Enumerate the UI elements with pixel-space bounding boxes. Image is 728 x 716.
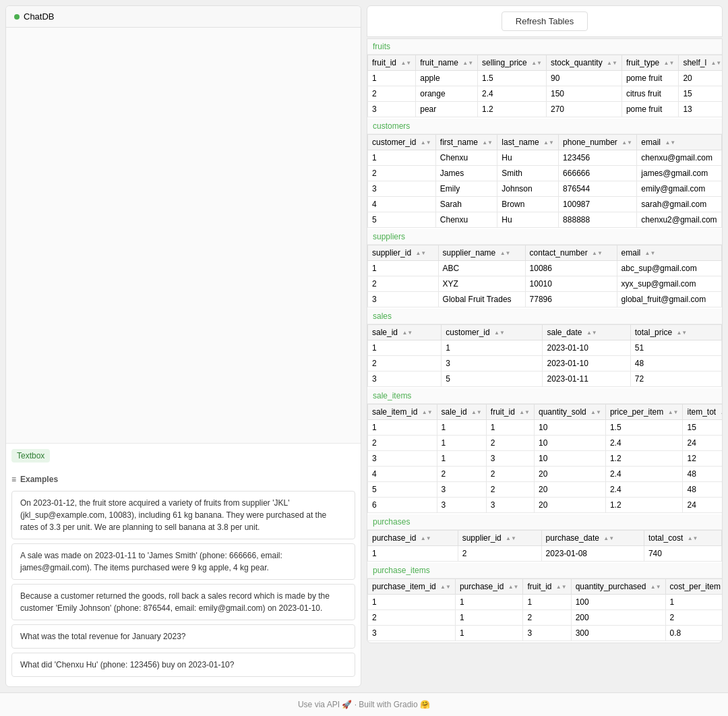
table-cell: citrus fruit	[621, 86, 679, 102]
fruits-col-fruit_name[interactable]: fruit_name ▲▼	[416, 55, 478, 71]
table-cell: xyx_sup@gmail.com	[617, 276, 721, 292]
table-cell: 2	[486, 436, 534, 451]
example-item-4[interactable]: What did 'Chenxu Hu' (phone: 123456) buy…	[11, 653, 355, 677]
table-cell: 2.4	[478, 86, 547, 102]
table-row: 122023-01-08740	[368, 546, 722, 562]
sale-items-col-sale_item_id[interactable]: sale_item_id ▲▼	[368, 405, 437, 420]
table-cell: 2023-01-11	[543, 371, 630, 387]
purchase-items-col-fruit_id[interactable]: fruit_id ▲▼	[523, 579, 571, 595]
table-cell: emily@gmail.com	[637, 181, 722, 197]
fruits-title: fruits	[367, 39, 722, 55]
purchases-col-total_cost[interactable]: total_cost ▲▼	[644, 531, 721, 546]
table-cell: 1.2	[478, 102, 547, 117]
table-cell: 1	[368, 261, 439, 276]
table-cell: 1	[665, 595, 723, 610]
table-cell: 0.8	[665, 626, 723, 641]
tables-container: fruits fruit_id ▲▼ fruit_name ▲▼ selling…	[367, 38, 723, 643]
table-row: 112023-01-1051	[368, 340, 722, 356]
customers-col-first_name[interactable]: first_name ▲▼	[435, 135, 497, 150]
table-cell: 10	[535, 451, 606, 467]
purchase-items-col-quantity_purchased[interactable]: quantity_purchased ▲▼	[571, 579, 665, 595]
fruits-col-selling_price[interactable]: selling_price ▲▼	[478, 55, 547, 71]
hamburger-icon: ≡	[11, 475, 16, 484]
sale-items-col-quantity_sold[interactable]: quantity_sold ▲▼	[535, 405, 606, 420]
table-cell: Emily	[435, 181, 497, 197]
table-cell: 100	[571, 595, 665, 610]
purchases-col-supplier_id[interactable]: supplier_id ▲▼	[458, 531, 541, 546]
purchases-col-purchase_date[interactable]: purchase_date ▲▼	[541, 531, 644, 546]
example-item-2[interactable]: Because a customer returned the goods, r…	[11, 584, 355, 620]
table-cell: 90	[546, 71, 621, 86]
suppliers-col-supplier_name[interactable]: supplier_name ▲▼	[438, 245, 525, 261]
table-cell: Smith	[497, 166, 559, 181]
table-cell: 2	[368, 356, 442, 371]
table-cell: 48	[683, 482, 723, 498]
customers-col-phone_number[interactable]: phone_number ▲▼	[559, 135, 637, 150]
sale-items-col-item_tot[interactable]: item_tot ▲▼	[683, 405, 723, 420]
table-cell: 2	[486, 482, 534, 498]
fruits-table: fruit_id ▲▼ fruit_name ▲▼ selling_price …	[367, 55, 723, 117]
table-cell: 10	[535, 420, 606, 436]
fruits-col-fruit_id[interactable]: fruit_id ▲▼	[368, 55, 416, 71]
customers-col-email[interactable]: email ▲▼	[637, 135, 722, 150]
purchases-section: purchases purchase_id ▲▼ supplier_id ▲▼ …	[367, 514, 722, 562]
table-cell: 24	[683, 498, 723, 513]
fruits-col-stock_quantity[interactable]: stock_quantity ▲▼	[546, 55, 621, 71]
fruits-col-shelf_l[interactable]: shelf_l ▲▼	[679, 55, 723, 71]
table-cell: XYZ	[438, 276, 525, 292]
purchase-items-col-cost_per_item[interactable]: cost_per_item ▲▼	[665, 579, 723, 595]
table-row: 422202.448	[368, 467, 723, 482]
table-cell: Hu	[497, 212, 559, 228]
table-cell: 20	[679, 71, 723, 86]
table-cell: 200	[571, 610, 665, 626]
table-row: 232023-01-1048	[368, 356, 722, 371]
purchase-items-col-purchase_id[interactable]: purchase_id ▲▼	[455, 579, 523, 595]
chatdb-title: ChatDB	[24, 11, 55, 22]
suppliers-col-supplier_id[interactable]: supplier_id ▲▼	[368, 245, 439, 261]
table-cell: 1.5	[605, 420, 683, 436]
table-cell: 1	[455, 595, 523, 610]
fruits-col-fruit_type[interactable]: fruit_type ▲▼	[621, 55, 679, 71]
table-cell: 48	[683, 467, 723, 482]
table-cell: pear	[416, 102, 478, 117]
sale-items-col-price_per_item[interactable]: price_per_item ▲▼	[605, 405, 683, 420]
table-cell: 12	[683, 451, 723, 467]
table-cell: 72	[630, 371, 721, 387]
table-cell: Hu	[497, 150, 559, 166]
sales-col-sale_id[interactable]: sale_id ▲▼	[368, 325, 442, 340]
table-cell: 77896	[525, 292, 617, 307]
table-cell: 1	[455, 610, 523, 626]
table-cell: 270	[546, 102, 621, 117]
example-item-3[interactable]: What was the total revenue for January 2…	[11, 624, 355, 649]
sales-col-sale_date[interactable]: sale_date ▲▼	[543, 325, 630, 340]
table-row: 3133000.8	[368, 626, 723, 641]
table-cell: 51	[630, 340, 721, 356]
fruits-section: fruits fruit_id ▲▼ fruit_name ▲▼ selling…	[367, 39, 722, 117]
sales-col-total_price[interactable]: total_price ▲▼	[630, 325, 721, 340]
sales-title: sales	[367, 309, 722, 324]
suppliers-col-email[interactable]: email ▲▼	[617, 245, 721, 261]
table-cell: sarah@gmail.com	[637, 197, 722, 212]
sale-items-col-sale_id[interactable]: sale_id ▲▼	[437, 405, 486, 420]
example-item-0[interactable]: On 2023-01-12, the fruit store acquired …	[11, 491, 355, 539]
table-cell: 2	[486, 467, 534, 482]
purchases-col-purchase_id[interactable]: purchase_id ▲▼	[368, 531, 458, 546]
table-cell: 3	[442, 356, 543, 371]
status-dot-icon	[14, 14, 20, 20]
table-cell: chenxu@gmail.com	[637, 150, 722, 166]
customers-col-last_name[interactable]: last_name ▲▼	[497, 135, 559, 150]
refresh-tables-button[interactable]: Refresh Tables	[502, 11, 588, 31]
customers-col-customer_id[interactable]: customer_id ▲▼	[368, 135, 436, 150]
right-panel: Refresh Tables fruits fruit_id ▲▼ fruit_…	[367, 5, 723, 687]
table-row: 2JamesSmith666666james@gmail.com	[368, 166, 722, 181]
customers-table: customer_id ▲▼ first_name ▲▼ last_name ▲…	[367, 134, 722, 228]
table-cell: 20	[535, 467, 606, 482]
sale-items-col-fruit_id[interactable]: fruit_id ▲▼	[486, 405, 534, 420]
example-item-1[interactable]: A sale was made on 2023-01-11 to 'James …	[11, 543, 355, 580]
suppliers-col-contact_number[interactable]: contact_number ▲▼	[525, 245, 617, 261]
purchase-items-col-purchase_item_id[interactable]: purchase_item_id ▲▼	[368, 579, 456, 595]
table-cell: Brown	[497, 197, 559, 212]
table-row: 5ChenxuHu888888chenxu2@gmail.com	[368, 212, 722, 228]
table-cell: 888888	[559, 212, 637, 228]
sales-col-customer_id[interactable]: customer_id ▲▼	[442, 325, 543, 340]
